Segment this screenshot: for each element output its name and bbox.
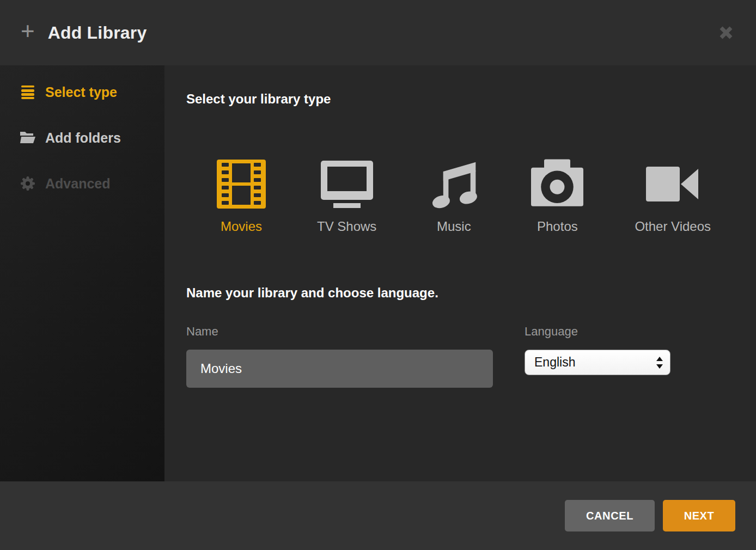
select-arrows-icon bbox=[656, 356, 663, 370]
dialog-body: Select type Add folders bbox=[0, 65, 756, 481]
wizard-steps-sidebar: Select type Add folders bbox=[0, 65, 164, 481]
language-select[interactable]: English bbox=[525, 350, 670, 375]
name-library-heading: Name your library and choose language. bbox=[186, 286, 756, 300]
sidebar-item-label: Add folders bbox=[45, 130, 121, 146]
library-form-row: Name Language English bbox=[186, 325, 756, 388]
dialog-title: Add Library bbox=[48, 23, 147, 43]
open-folder-icon bbox=[20, 131, 36, 144]
select-type-heading: Select your library type bbox=[186, 93, 756, 106]
close-icon[interactable] bbox=[717, 23, 735, 42]
video-camera-icon bbox=[646, 159, 699, 209]
dialog-footer: CANCEL NEXT bbox=[0, 481, 756, 550]
library-type-label: Movies bbox=[221, 219, 262, 234]
library-type-label: Photos bbox=[537, 219, 578, 234]
language-field-group: Language English bbox=[525, 325, 670, 388]
library-type-photos[interactable]: Photos bbox=[531, 159, 583, 234]
dialog-header: + Add Library bbox=[0, 0, 756, 65]
library-type-tv-shows[interactable]: TV Shows bbox=[317, 159, 376, 234]
music-note-icon bbox=[428, 159, 480, 209]
library-type-label: Other Videos bbox=[635, 219, 711, 234]
library-name-input[interactable] bbox=[186, 350, 493, 388]
sidebar-item-select-type[interactable]: Select type bbox=[0, 80, 164, 105]
library-type-movies[interactable]: Movies bbox=[217, 159, 266, 234]
plus-icon: + bbox=[21, 19, 35, 43]
sidebar-item-add-folders[interactable]: Add folders bbox=[0, 125, 164, 150]
sidebar-item-label: Advanced bbox=[45, 176, 110, 192]
gear-icon bbox=[20, 176, 36, 191]
cancel-button[interactable]: CANCEL bbox=[565, 500, 655, 531]
name-field-label: Name bbox=[186, 325, 493, 339]
camera-icon bbox=[531, 159, 583, 209]
name-field-group: Name bbox=[186, 325, 493, 388]
tv-monitor-icon bbox=[320, 159, 374, 209]
dialog-content: Select your library type bbox=[164, 65, 756, 481]
library-type-row: Movies TV Shows bbox=[186, 159, 756, 234]
sidebar-item-label: Select type bbox=[45, 84, 117, 100]
sidebar-item-advanced: Advanced bbox=[0, 171, 164, 196]
add-library-dialog: + Add Library bbox=[0, 0, 756, 550]
list-icon bbox=[20, 85, 36, 99]
film-strip-icon bbox=[217, 159, 266, 209]
library-type-label: TV Shows bbox=[317, 219, 376, 234]
library-type-music[interactable]: Music bbox=[428, 159, 480, 234]
next-button[interactable]: NEXT bbox=[663, 500, 735, 531]
language-select-value: English bbox=[534, 355, 575, 370]
library-type-label: Music bbox=[437, 219, 471, 234]
language-field-label: Language bbox=[525, 325, 670, 339]
library-type-other-videos[interactable]: Other Videos bbox=[635, 159, 711, 234]
